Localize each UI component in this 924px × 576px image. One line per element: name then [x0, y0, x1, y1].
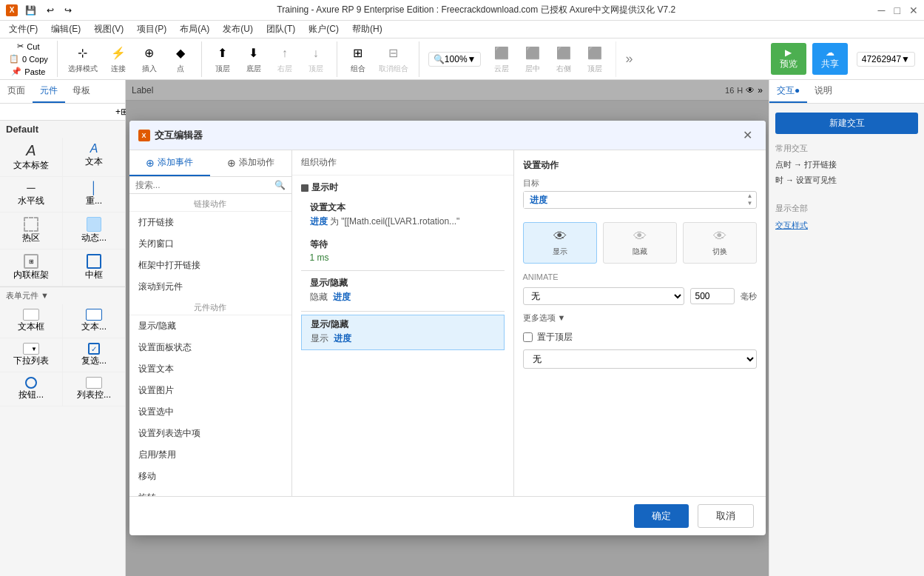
action-rotate[interactable]: 旋转	[129, 487, 291, 496]
target-input[interactable]	[524, 192, 744, 208]
action-search-input[interactable]	[135, 180, 274, 190]
connect-button[interactable]: ⚡ 连接	[104, 41, 133, 77]
menu-account[interactable]: 账户(C)	[303, 21, 345, 37]
widget-textarea[interactable]: 文本...	[63, 304, 125, 338]
widget-hline[interactable]: ─ 水平线	[0, 177, 63, 212]
action-entry-wait[interactable]: 等待 1 ms	[301, 232, 505, 267]
point-button[interactable]: ◆ 点	[166, 41, 195, 77]
tab-interaction[interactable]: 交互●	[769, 80, 807, 103]
redo-btn[interactable]: ↪	[61, 5, 75, 16]
menu-layout[interactable]: 布局(A)	[174, 21, 215, 37]
interaction-styles-link[interactable]: 交互样式	[775, 220, 918, 231]
target-up-arrow[interactable]: ▲	[747, 192, 753, 200]
widget-search-input[interactable]	[4, 107, 115, 117]
widget-textbox[interactable]: 文本框	[0, 304, 63, 338]
action-set-image[interactable]: 设置图片	[129, 380, 291, 401]
vis-btn-show[interactable]: 👁 显示	[523, 222, 597, 264]
menu-view[interactable]: 视图(V)	[88, 21, 129, 37]
menu-help[interactable]: 帮助(H)	[346, 21, 388, 37]
animate-time-input[interactable]	[690, 288, 735, 304]
action-open-in-frame[interactable]: 框架中打开链接	[129, 255, 291, 276]
action-set-selected[interactable]: 设置选中	[129, 401, 291, 423]
menu-publish[interactable]: 发布(U)	[217, 21, 259, 37]
modal-close-button[interactable]: ✕	[738, 127, 757, 144]
to-front-button[interactable]: ⬆ 顶层	[208, 41, 237, 77]
animate-select[interactable]: 无	[523, 287, 684, 305]
widget-radio[interactable]: 按钮...	[0, 372, 63, 406]
action-show-hide[interactable]: 显示/隐藏	[129, 315, 291, 337]
new-interaction-button[interactable]: 新建交互	[775, 113, 918, 134]
share-button[interactable]: ☁ 共享	[812, 43, 848, 75]
select-mode-button[interactable]: ⊹ 选择模式	[64, 41, 102, 77]
more-tools-button[interactable]: »	[622, 51, 635, 67]
action-enable-disable[interactable]: 启用/禁用	[129, 444, 291, 466]
confirm-button[interactable]: 确定	[634, 504, 689, 528]
align-center-button[interactable]: ⬛ 层中	[518, 41, 547, 77]
tab-add-event[interactable]: ⊕ 添加事件	[129, 150, 211, 176]
more-options-toggle[interactable]: 更多选项 ▼	[523, 312, 757, 324]
minimize-btn[interactable]: ─	[878, 4, 886, 16]
align-top-button[interactable]: ⬛ 顶层	[580, 41, 610, 77]
group-button[interactable]: ⊞ 组合	[343, 41, 373, 77]
cut-button[interactable]: ✂ Cut	[14, 41, 42, 52]
align-left-button[interactable]: ⬛ 云层	[487, 41, 516, 77]
action-open-link[interactable]: 打开链接	[129, 212, 291, 233]
widget-text[interactable]: A 文本	[63, 138, 125, 176]
vis-btn-hide[interactable]: 👁 隐藏	[603, 222, 677, 264]
show-all-button[interactable]: 显示全部	[775, 203, 918, 214]
action-set-panel-state[interactable]: 设置面板状态	[129, 337, 291, 358]
tab-add-action[interactable]: ⊕ 添加动作	[210, 150, 291, 176]
menu-edit[interactable]: 编辑(E)	[45, 21, 87, 37]
list-section-header[interactable]: 表单元件 ▼	[0, 287, 125, 304]
undo-btn[interactable]: ↩	[44, 5, 57, 16]
menu-team[interactable]: 团队(T)	[260, 21, 301, 37]
menu-file[interactable]: 文件(F)	[3, 21, 44, 37]
widget-checkbox[interactable]: ✓ 复选...	[63, 338, 125, 372]
maximize-btn[interactable]: □	[894, 4, 900, 16]
vis-btn-toggle[interactable]: 👁 切换	[683, 222, 757, 264]
preview-button[interactable]: ▶ 预览	[771, 43, 806, 75]
widget-dropdown[interactable]: ▼ 下拉列表	[0, 338, 63, 372]
tab-widgets[interactable]: 元件	[33, 80, 65, 103]
action-close-window[interactable]: 关闭窗口	[129, 233, 291, 255]
action-search[interactable]: 🔍	[129, 177, 291, 194]
action-entry-settext[interactable]: 设置文本 进度 为 "[[Math.ceil([LVAR1.rotation..…	[301, 198, 505, 232]
tab-notes[interactable]: 说明	[807, 80, 840, 103]
no-value-select[interactable]: 无	[523, 349, 757, 369]
action-entry-show[interactable]: 显示/隐藏 显示 进度	[301, 315, 505, 350]
bring-forward-button[interactable]: ↑ 右层	[270, 41, 300, 77]
tab-masters[interactable]: 母板	[65, 80, 98, 103]
ungroup-button[interactable]: ⊟ 取消组合	[374, 41, 413, 77]
paste-button[interactable]: 📌 Paste	[8, 66, 48, 77]
action-entry-hide[interactable]: 显示/隐藏 隐藏 进度	[301, 274, 505, 308]
align-right-button[interactable]: ⬛ 右侧	[549, 41, 579, 77]
to-back-button[interactable]: ⬇ 底层	[239, 41, 269, 77]
close-btn[interactable]: ✕	[909, 4, 918, 16]
copy-button[interactable]: 📋 0 Copy	[6, 53, 51, 64]
widget-search[interactable]: + ⊞	[0, 104, 125, 121]
save-btn[interactable]: 💾	[22, 5, 39, 16]
widget-hotspot[interactable]: 热区	[0, 212, 63, 249]
action-set-list-item[interactable]: 设置列表选中项	[129, 423, 291, 444]
project-id[interactable]: 47262947 ▼	[857, 52, 915, 67]
widget-dynamic-panel[interactable]: 动态...	[63, 212, 125, 249]
widget-list[interactable]: 列表控...	[63, 372, 125, 406]
menu-project[interactable]: 项目(P)	[131, 21, 172, 37]
insert-button[interactable]: ⊕ 插入	[135, 41, 164, 77]
interaction-item-2[interactable]: 时 → 设置可见性	[775, 173, 918, 188]
widget-inline-frame[interactable]: ⊞ 内联框架	[0, 250, 63, 286]
interaction-item-1[interactable]: 点时 → 打开链接	[775, 157, 918, 173]
action-set-text[interactable]: 设置文本	[129, 358, 291, 380]
zoom-control[interactable]: 🔍 100% ▼	[428, 52, 482, 67]
top-layer-checkbox[interactable]	[523, 332, 533, 342]
widget-mid-frame[interactable]: 中框	[63, 250, 125, 286]
cancel-button[interactable]: 取消	[698, 504, 754, 528]
action-scroll-to[interactable]: 滚动到元件	[129, 276, 291, 298]
target-arrows[interactable]: ▲ ▼	[744, 192, 756, 207]
tab-pages[interactable]: 页面	[0, 80, 33, 103]
send-backward-button[interactable]: ↓ 顶层	[301, 41, 331, 77]
action-move[interactable]: 移动	[129, 466, 291, 487]
widget-vline[interactable]: │ 重...	[63, 177, 125, 212]
widget-text-label[interactable]: A 文本标签	[0, 138, 63, 176]
target-control[interactable]: ▲ ▼	[523, 191, 757, 209]
